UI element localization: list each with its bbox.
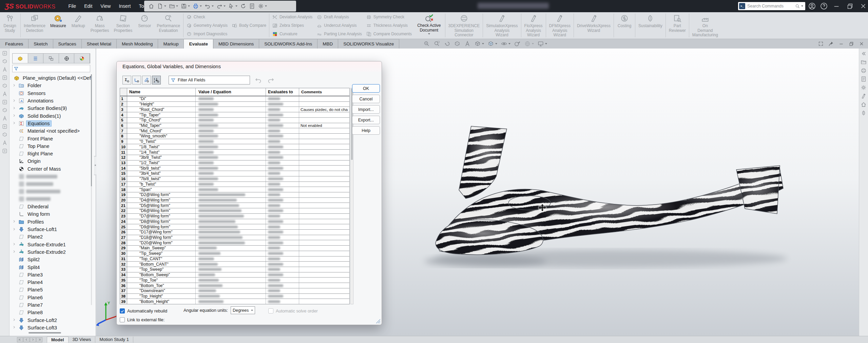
- column-header-comments[interactable]: Comments: [299, 88, 349, 96]
- left-toolbar-icon[interactable]: [2, 75, 8, 81]
- equation-row[interactable]: 11"1/4_Twist": [120, 150, 349, 155]
- tree-item-surface-loft1[interactable]: Surface-Loft1: [10, 226, 92, 233]
- ok-button[interactable]: OK: [352, 84, 380, 93]
- tree-item-split4[interactable]: Split4: [10, 263, 92, 271]
- angular-units-select[interactable]: Degrees: [231, 306, 255, 314]
- automatically-rebuild-checkbox[interactable]: [120, 308, 125, 313]
- ribbon-dfmxpress-analysis-wizard-button[interactable]: DFMXpressAnalysisWizard: [547, 12, 573, 39]
- zoom-to-area-button[interactable]: [433, 40, 440, 47]
- dimension-view-button[interactable]: [132, 76, 141, 84]
- expand-arrow-icon[interactable]: [12, 250, 16, 254]
- options-button[interactable]: [258, 3, 267, 9]
- left-toolbar-icon[interactable]: [2, 140, 8, 146]
- ribbon-interference-detection-button[interactable]: InterferenceDetection: [21, 12, 48, 39]
- column-header-evaluates-to[interactable]: Evaluates to: [266, 88, 299, 96]
- close-window-icon[interactable]: [860, 2, 867, 10]
- redo-icon[interactable]: [267, 76, 274, 84]
- ordered-view-button[interactable]: 12: [152, 76, 161, 84]
- left-toolbar-icon[interactable]: [2, 83, 8, 89]
- equation-row[interactable]: 33"Top_Sweep": [120, 267, 349, 272]
- left-toolbar-icon[interactable]: [2, 99, 8, 105]
- equation-row[interactable]: 9"0_Twist": [120, 139, 349, 145]
- expand-arrow-icon[interactable]: [12, 243, 16, 246]
- equation-row[interactable]: 22"D6@Wing form": [120, 208, 349, 214]
- equation-row[interactable]: 6"Mid_Taper"Not enabled: [120, 123, 349, 129]
- equation-row[interactable]: 20"D4@Wing form": [120, 198, 349, 203]
- tab-markup[interactable]: Markup: [158, 39, 184, 49]
- equation-row[interactable]: 25"D9@Wing form": [120, 224, 349, 230]
- tree-item-surface-loft3[interactable]: Surface-Loft3: [10, 324, 92, 331]
- dropdown-caret[interactable]: [265, 5, 267, 7]
- model-tab-3d-views[interactable]: 3D Views: [69, 337, 96, 343]
- tree-item-annotations[interactable]: AAnnotations: [10, 97, 92, 104]
- left-toolbar-icon[interactable]: [2, 58, 8, 64]
- equation-row[interactable]: 4"Tip_Taper": [120, 112, 349, 118]
- equation-row[interactable]: 7"Mid_Chord": [120, 128, 349, 134]
- tree-item-material-not-specified[interactable]: Material <not specified>: [10, 127, 92, 135]
- edit-appearance-button[interactable]: [514, 40, 521, 47]
- ribbon-curvature-button[interactable]: Curvature: [272, 30, 312, 38]
- task-pane-icon[interactable]: [861, 68, 867, 74]
- task-pane-icon[interactable]: [861, 76, 867, 82]
- equation-row[interactable]: 24"D8@Wing form": [120, 219, 349, 225]
- expand-arrow-icon[interactable]: [12, 114, 16, 118]
- tree-filter-box[interactable]: [12, 65, 90, 72]
- left-toolbar-icon[interactable]: [2, 107, 8, 113]
- tree-item-surface-extrude1[interactable]: Surface-Extrude1: [10, 241, 92, 248]
- help-button[interactable]: Help: [352, 126, 380, 135]
- ribbon-on-demand-manufacturing-button[interactable]: OnDemandManufacturing: [690, 12, 720, 39]
- expand-arrow-icon[interactable]: [12, 318, 16, 322]
- display-style-button[interactable]: [487, 40, 497, 47]
- ribbon-floxpress-analysis-wizard-button[interactable]: FloXpressAnalysisWizard: [522, 12, 545, 39]
- left-toolbar-icon[interactable]: [2, 148, 8, 154]
- tab-mesh-modeling[interactable]: Mesh Modeling: [117, 39, 158, 49]
- featuremanager-tab[interactable]: [13, 54, 28, 63]
- ribbon-sensor-button[interactable]: Sensor: [135, 12, 154, 39]
- tree-item-origin[interactable]: Origin: [10, 157, 92, 165]
- ribbon-import-diagnostics-button[interactable]: Import Diagnostics: [186, 30, 228, 38]
- equation-row[interactable]: 38"Top_Height": [120, 294, 349, 299]
- collapse-task-pane-icon[interactable]: [861, 51, 867, 57]
- equation-row[interactable]: 13"1/2_Twist": [120, 160, 349, 166]
- expand-arrow-icon[interactable]: [12, 107, 16, 110]
- minimize-window-icon[interactable]: [833, 2, 840, 10]
- ribbon-check-active-document-button[interactable]: Check ActiveDocument: [414, 12, 444, 39]
- equation-row[interactable]: 27"D18@Wing form": [120, 235, 349, 241]
- equation-row[interactable]: 37"Downstream": [120, 288, 349, 294]
- annotation-views-button[interactable]: [464, 40, 471, 47]
- ribbon-driveworksxpress-wizard-button[interactable]: DriveWorksXpressWizard: [575, 12, 613, 39]
- restore-icon[interactable]: [849, 41, 854, 46]
- ribbon-parting-line-analysis-button[interactable]: Parting Line Analysis: [316, 30, 362, 38]
- dropdown-caret[interactable]: [508, 43, 510, 44]
- tree-scrollbar-thumb[interactable]: [91, 74, 92, 186]
- ribbon-symmetry-check-button[interactable]: Symmetry Check: [366, 13, 412, 21]
- tab-sheet-metal[interactable]: Sheet Metal: [82, 39, 117, 49]
- column-header-value-equation[interactable]: Value / Equation: [196, 88, 266, 96]
- equation-row[interactable]: 19"D2@Wing form": [120, 192, 349, 198]
- tree-item-redacted[interactable]: [10, 180, 92, 188]
- dimxpertmanager-tab[interactable]: [59, 54, 75, 63]
- equation-row[interactable]: 1"Di": [120, 96, 349, 102]
- tree-item-equations[interactable]: ΣEquations: [10, 120, 92, 127]
- equation-row[interactable]: 2"Height": [120, 102, 349, 107]
- menu-file[interactable]: File: [64, 1, 80, 12]
- expand-arrow-icon[interactable]: [12, 220, 16, 224]
- expand-arrow-icon[interactable]: [12, 326, 16, 329]
- expand-arrow-icon[interactable]: [12, 84, 16, 88]
- dropdown-caret[interactable]: [428, 33, 430, 35]
- left-toolbar-icon[interactable]: [2, 91, 8, 97]
- redo-button[interactable]: [216, 3, 226, 9]
- tree-item-sensors[interactable]: Sensors: [10, 90, 92, 97]
- zoom-to-fit-button[interactable]: [423, 40, 430, 47]
- equation-view-button[interactable]: Σ: [122, 76, 131, 84]
- tree-item-redacted[interactable]: [10, 173, 92, 180]
- equation-row[interactable]: 17"b_Twist": [120, 182, 349, 187]
- equation-row[interactable]: 15"3b/4_twist": [120, 171, 349, 176]
- hide-show-items-button[interactable]: [501, 40, 510, 47]
- restore-window-icon[interactable]: [846, 2, 854, 10]
- tree-item-solid-bodies-1[interactable]: Solid Bodies(1): [10, 112, 92, 119]
- ribbon-undercut-analysis-button[interactable]: Undercut Analysis: [316, 21, 362, 30]
- equation-row[interactable]: 18"Span": [120, 187, 349, 192]
- ribbon-markup-button[interactable]: Markup: [69, 12, 88, 39]
- rebuild-button[interactable]: [240, 3, 246, 9]
